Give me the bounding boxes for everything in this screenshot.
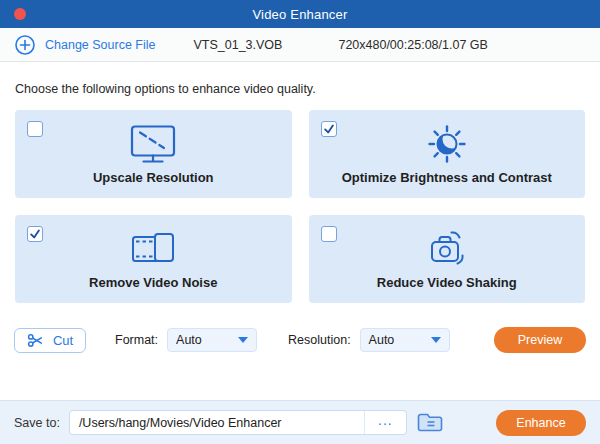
ellipsis-icon: ... bbox=[378, 412, 393, 428]
plus-circle-icon bbox=[14, 34, 36, 56]
card-label: Reduce Video Shaking bbox=[377, 275, 517, 303]
resolution-label: Resolution: bbox=[288, 333, 351, 347]
card-reduce-video-shaking[interactable]: Reduce Video Shaking bbox=[309, 215, 586, 303]
upscale-monitor-icon bbox=[129, 110, 177, 170]
card-label: Upscale Resolution bbox=[93, 170, 214, 198]
instruction-text: Choose the following options to enhance … bbox=[15, 82, 585, 96]
save-path-field[interactable]: /Users/hang/Movies/Video Enhancer ... bbox=[69, 410, 407, 435]
chevron-down-icon bbox=[431, 337, 441, 343]
change-source-file-label: Change Source File bbox=[45, 38, 155, 52]
resolution-dropdown-value: Auto bbox=[369, 333, 395, 347]
source-file-info: 720x480/00:25:08/1.07 GB bbox=[338, 38, 487, 52]
format-label: Format: bbox=[115, 333, 158, 347]
format-dropdown[interactable]: Auto bbox=[167, 328, 257, 352]
preview-button[interactable]: Preview bbox=[494, 327, 586, 353]
save-path-input[interactable]: /Users/hang/Movies/Video Enhancer bbox=[70, 411, 364, 434]
film-strip-icon bbox=[131, 215, 175, 275]
optimize-brightness-checkbox[interactable] bbox=[321, 121, 337, 137]
cut-button[interactable]: Cut bbox=[14, 328, 86, 353]
option-cards-grid: Upscale Resolution bbox=[15, 110, 585, 303]
resolution-dropdown[interactable]: Auto bbox=[360, 328, 450, 352]
scissors-icon bbox=[27, 332, 44, 349]
brightness-sun-icon bbox=[427, 110, 467, 170]
reduce-shaking-checkbox[interactable] bbox=[321, 226, 337, 242]
chevron-down-icon bbox=[238, 337, 248, 343]
save-footer: Save to: /Users/hang/Movies/Video Enhanc… bbox=[0, 400, 600, 444]
format-dropdown-value: Auto bbox=[176, 333, 202, 347]
card-label: Optimize Brightness and Contrast bbox=[342, 170, 552, 198]
upscale-resolution-checkbox[interactable] bbox=[27, 121, 43, 137]
video-enhancer-window: Video Enhancer Change Source File VTS_01… bbox=[0, 0, 600, 444]
source-file-name: VTS_01_3.VOB bbox=[193, 38, 282, 52]
card-remove-video-noise[interactable]: Remove Video Noise bbox=[15, 215, 292, 303]
change-source-file-button[interactable]: Change Source File bbox=[14, 34, 155, 56]
controls-row: Cut Format: Auto Resolution: Auto Previe… bbox=[14, 327, 586, 353]
enhance-button[interactable]: Enhance bbox=[496, 410, 586, 436]
titlebar: Video Enhancer bbox=[0, 0, 600, 28]
camera-shake-icon bbox=[425, 215, 469, 275]
cut-button-label: Cut bbox=[53, 333, 73, 348]
card-upscale-resolution[interactable]: Upscale Resolution bbox=[15, 110, 292, 198]
open-folder-button[interactable] bbox=[417, 412, 443, 433]
card-optimize-brightness-contrast[interactable]: Optimize Brightness and Contrast bbox=[309, 110, 586, 198]
browse-button[interactable]: ... bbox=[364, 411, 406, 434]
remove-noise-checkbox[interactable] bbox=[27, 226, 43, 242]
open-folder-icon bbox=[417, 412, 443, 433]
window-title: Video Enhancer bbox=[252, 7, 347, 22]
source-file-header: Change Source File VTS_01_3.VOB 720x480/… bbox=[0, 28, 600, 62]
close-button[interactable] bbox=[14, 8, 26, 20]
card-label: Remove Video Noise bbox=[89, 275, 217, 303]
save-to-label: Save to: bbox=[14, 416, 60, 430]
